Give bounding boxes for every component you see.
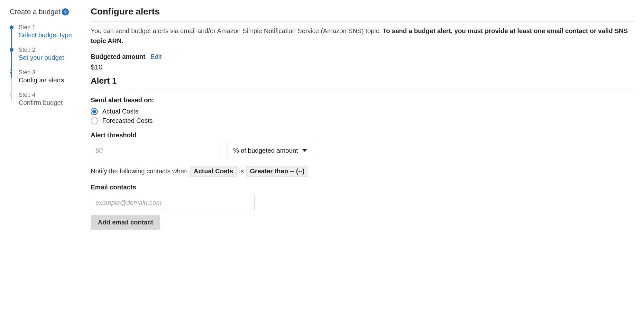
budget-amount-row: Budgeted amount Edit	[91, 53, 634, 60]
alert-basis-label: Send alert based on:	[91, 96, 634, 104]
notify-chip-condition: Greater than -- (--)	[246, 166, 308, 177]
step-label: Step 2	[19, 47, 80, 53]
budget-amount-label: Budgeted amount	[91, 53, 145, 60]
chevron-down-icon	[302, 149, 307, 152]
step-confirm-budget[interactable]: Step 4 Confirm budget	[10, 92, 80, 106]
alert-threshold-label: Alert threshold	[91, 132, 634, 139]
alert-section-title: Alert 1	[91, 76, 634, 89]
step-title: Configure alerts	[19, 77, 80, 84]
notify-prefix: Notify the following contacts when	[91, 168, 188, 175]
step-title: Set your budget	[19, 54, 80, 61]
budget-amount-value: $10	[91, 63, 634, 71]
radio-forecasted-costs[interactable]: Forecasted Costs	[91, 117, 634, 124]
page-description: You can send budget alerts via email and…	[91, 26, 634, 46]
wizard-steps: Step 1 Select budget type Step 2 Set you…	[10, 24, 80, 106]
main-content: Configure alerts You can send budget ale…	[91, 6, 634, 230]
threshold-unit-select[interactable]: % of budgeted amount	[227, 143, 313, 158]
step-configure-alerts[interactable]: Step 3 Configure alerts	[10, 69, 80, 84]
sidebar-title: Create a budget ?	[10, 8, 80, 18]
step-title: Confirm budget	[19, 99, 80, 106]
step-label: Step 3	[19, 69, 80, 76]
notify-chip-basis: Actual Costs	[190, 166, 236, 177]
add-email-contact-button[interactable]: Add email contact	[91, 215, 160, 230]
radio-label: Actual Costs	[102, 108, 138, 115]
radio-label: Forecasted Costs	[102, 117, 153, 124]
notify-mid: is	[239, 168, 244, 175]
desc-text: You can send budget alerts via email and…	[91, 27, 383, 34]
email-contact-input[interactable]	[91, 195, 255, 210]
step-dot-icon	[10, 48, 14, 52]
email-contacts-label: Email contacts	[91, 184, 634, 191]
step-dot-icon	[10, 25, 14, 29]
radio-icon	[91, 117, 98, 124]
step-dot-icon	[10, 70, 12, 73]
step-select-budget-type[interactable]: Step 1 Select budget type	[10, 24, 80, 39]
radio-icon	[91, 108, 98, 115]
select-label: % of budgeted amount	[233, 147, 298, 154]
step-dot-icon	[10, 93, 12, 96]
threshold-input[interactable]	[91, 143, 219, 158]
edit-budget-link[interactable]: Edit	[151, 53, 161, 60]
step-label: Step 1	[19, 24, 80, 31]
radio-actual-costs[interactable]: Actual Costs	[91, 108, 634, 115]
sidebar-title-text: Create a budget	[10, 8, 60, 16]
help-icon[interactable]: ?	[62, 8, 69, 15]
threshold-row: % of budgeted amount	[91, 143, 634, 158]
notify-summary: Notify the following contacts when Actua…	[91, 166, 634, 177]
wizard-sidebar: Create a budget ? Step 1 Select budget t…	[10, 6, 80, 230]
step-title: Select budget type	[19, 32, 80, 39]
page-title: Configure alerts	[91, 6, 634, 22]
step-set-your-budget[interactable]: Step 2 Set your budget	[10, 47, 80, 61]
step-label: Step 4	[19, 92, 80, 98]
